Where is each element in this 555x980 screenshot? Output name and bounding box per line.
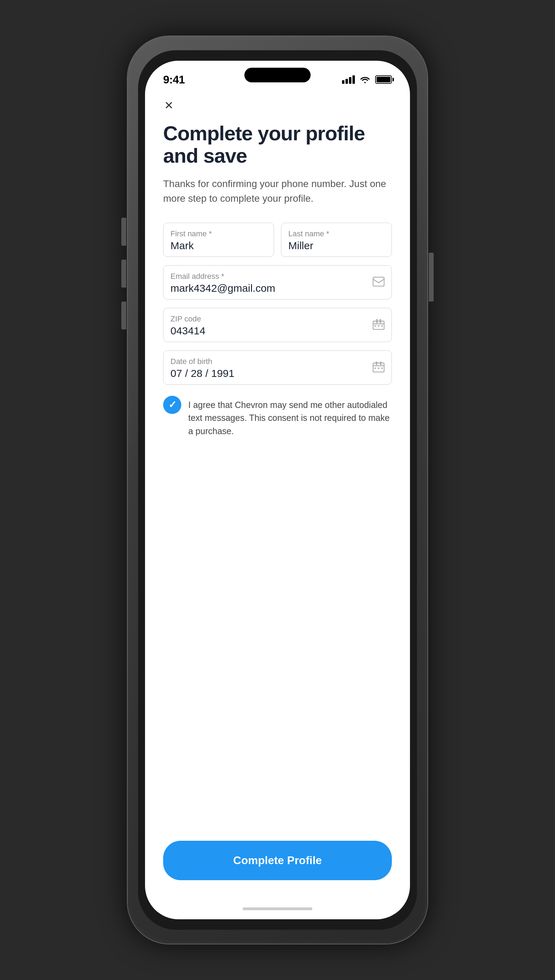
dob-value: 07 / 28 / 1991 bbox=[170, 367, 385, 379]
dob-group: Date of birth 07 / 28 / 1991 bbox=[163, 351, 392, 385]
svg-rect-9 bbox=[380, 362, 382, 365]
consent-checkbox[interactable]: ✓ bbox=[163, 396, 181, 414]
page-title: Complete your profile and save bbox=[163, 122, 392, 167]
consent-text: I agree that Chevron may send me other a… bbox=[188, 396, 392, 438]
name-row: First name * Mark Last name * Miller bbox=[163, 223, 392, 257]
status-icons bbox=[342, 76, 392, 84]
email-group: Email address * mark4342@gmail.com bbox=[163, 265, 392, 299]
svg-rect-11 bbox=[378, 367, 379, 369]
svg-rect-5 bbox=[378, 325, 379, 327]
svg-rect-0 bbox=[373, 277, 384, 286]
phone-inner: 9:41 bbox=[138, 50, 417, 930]
phone-screen: 9:41 bbox=[145, 61, 410, 919]
svg-rect-8 bbox=[376, 362, 377, 365]
last-name-value: Miller bbox=[288, 240, 313, 251]
svg-rect-3 bbox=[380, 319, 381, 323]
zip-label: ZIP code bbox=[170, 314, 385, 323]
email-field[interactable]: Email address * mark4342@gmail.com bbox=[163, 265, 392, 299]
email-icon bbox=[373, 277, 385, 288]
dob-field[interactable]: Date of birth 07 / 28 / 1991 bbox=[163, 351, 392, 385]
checkmark-icon: ✓ bbox=[168, 399, 176, 410]
consent-area: ✓ I agree that Chevron may send me other… bbox=[163, 396, 392, 438]
last-name-field[interactable]: Last name * Miller bbox=[281, 223, 392, 257]
svg-rect-12 bbox=[382, 367, 383, 369]
close-button[interactable]: ✕ bbox=[160, 97, 177, 114]
screen-content: ✕ Complete your profile and save Thanks … bbox=[145, 89, 410, 898]
email-label: Email address * bbox=[170, 272, 385, 281]
signal-icon bbox=[342, 76, 355, 84]
zip-field[interactable]: ZIP code 043414 bbox=[163, 308, 392, 342]
calendar-icon bbox=[373, 361, 385, 374]
complete-profile-button[interactable]: Complete Profile bbox=[163, 841, 392, 880]
svg-rect-10 bbox=[374, 367, 376, 369]
wifi-icon bbox=[360, 76, 370, 84]
first-name-field[interactable]: First name * Mark bbox=[163, 223, 274, 257]
home-bar bbox=[243, 908, 312, 910]
zip-icon bbox=[373, 319, 385, 331]
dob-label: Date of birth bbox=[170, 357, 385, 366]
battery-icon bbox=[375, 76, 392, 84]
dynamic-island bbox=[244, 68, 311, 82]
svg-rect-4 bbox=[374, 325, 376, 327]
close-icon: ✕ bbox=[164, 100, 173, 111]
first-name-label: First name * bbox=[170, 229, 267, 238]
status-time: 9:41 bbox=[163, 73, 185, 86]
zip-group: ZIP code 043414 bbox=[163, 308, 392, 342]
page-subtitle: Thanks for confirming your phone number.… bbox=[163, 177, 392, 206]
zip-value: 043414 bbox=[170, 325, 385, 337]
svg-rect-2 bbox=[376, 319, 377, 323]
phone-frame: 9:41 bbox=[128, 36, 427, 944]
first-name-value: Mark bbox=[170, 240, 194, 251]
svg-rect-6 bbox=[382, 325, 383, 327]
home-indicator bbox=[145, 898, 410, 919]
last-name-label: Last name * bbox=[288, 229, 385, 238]
email-value: mark4342@gmail.com bbox=[170, 282, 385, 294]
